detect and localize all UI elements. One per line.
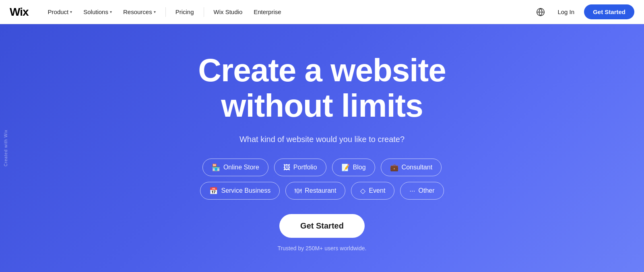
get-started-hero-button[interactable]: Get Started [279,214,365,238]
nav-item-resources[interactable]: Resources ▾ [118,5,161,19]
restaurant-icon: 🍽 [295,188,301,194]
category-online-store-button[interactable]: 🏪 Online Store [202,159,268,176]
hero-title: Create a website without limits [198,53,446,124]
chevron-down-icon: ▾ [154,10,156,14]
login-button[interactable]: Log In [553,5,579,19]
category-row-2: 📅 Service Business 🍽 Restaurant ◇ Event … [200,182,444,200]
wix-logo[interactable]: Wix [10,6,29,18]
language-selector-button[interactable] [533,5,548,19]
online-store-icon: 🏪 [212,164,220,171]
nav-right: Log In Get Started [533,4,634,19]
portfolio-icon: 🖼 [283,164,290,171]
nav-item-wix-studio[interactable]: Wix Studio [209,5,248,19]
chevron-down-icon: ▾ [70,10,72,14]
nav-divider [165,7,166,17]
nav-item-enterprise[interactable]: Enterprise [249,5,286,19]
blog-icon: 📝 [341,164,350,171]
category-grid: 🏪 Online Store 🖼 Portfolio 📝 Blog 💼 Cons… [200,159,444,200]
chevron-down-icon: ▾ [110,10,112,14]
nav-divider-2 [204,7,204,17]
category-blog-button[interactable]: 📝 Blog [332,159,375,176]
category-portfolio-button[interactable]: 🖼 Portfolio [274,159,326,176]
service-business-icon: 📅 [209,188,218,194]
event-icon: ◇ [360,188,365,194]
get-started-nav-button[interactable]: Get Started [584,4,634,19]
consultant-icon: 💼 [390,164,398,171]
category-row-1: 🏪 Online Store 🖼 Portfolio 📝 Blog 💼 Cons… [202,159,442,176]
navbar: Wix Product ▾ Solutions ▾ Resources ▾ Pr… [0,0,644,24]
category-service-business-button[interactable]: 📅 Service Business [200,182,280,200]
category-restaurant-button[interactable]: 🍽 Restaurant [285,182,345,200]
nav-links: Product ▾ Solutions ▾ Resources ▾ Pricin… [43,5,534,19]
other-icon: ··· [409,188,415,194]
nav-item-pricing[interactable]: Pricing [171,5,199,19]
category-consultant-button[interactable]: 💼 Consultant [381,159,442,176]
nav-item-product[interactable]: Product ▾ [43,5,77,19]
hero-section: Created with Wix Create a website withou… [0,24,644,272]
hero-subtitle: What kind of website would you like to c… [239,135,405,144]
category-other-button[interactable]: ··· Other [400,182,444,200]
trusted-text: Trusted by 250M+ users worldwide. [278,245,367,251]
side-label: Created with Wix [4,130,8,167]
nav-item-solutions[interactable]: Solutions ▾ [78,5,117,19]
category-event-button[interactable]: ◇ Event [351,182,394,200]
